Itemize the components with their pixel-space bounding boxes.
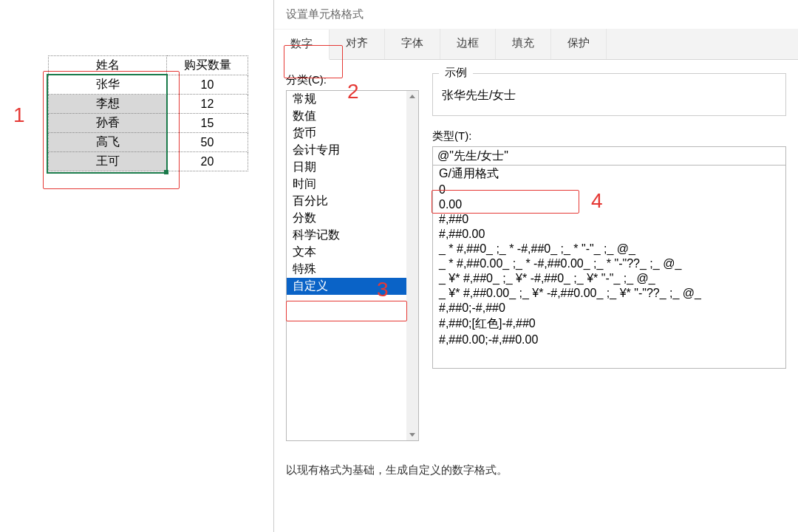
category-item[interactable]: 货币 [287,125,418,142]
cell-name[interactable]: 张华 [49,75,167,95]
format-item[interactable]: G/通用格式 [433,166,785,183]
category-item[interactable]: 日期 [287,159,418,176]
format-item[interactable]: 0.00 [433,197,785,212]
format-hint: 以现有格式为基础，生成自定义的数字格式。 [274,449,798,492]
format-item[interactable]: _ * #,##0.00_ ;_ * -#,##0.00_ ;_ * "-"??… [433,256,785,271]
spreadsheet-table[interactable]: 姓名 购买数量 张华10 李想12 孙香15 高飞50 王可20 [48,55,248,171]
cell-qty[interactable]: 20 [167,152,248,171]
format-item[interactable]: #,##0 [433,212,785,227]
header-qty[interactable]: 购买数量 [167,56,248,75]
tab-number[interactable]: 数字 [274,30,330,60]
cell-qty[interactable]: 50 [167,133,248,152]
category-item[interactable]: 特殊 [287,261,418,278]
cell-qty[interactable]: 10 [167,75,248,95]
category-item[interactable]: 会计专用 [287,142,418,159]
header-name[interactable]: 姓名 [49,56,167,75]
category-item[interactable]: 科学记数 [287,227,418,244]
format-item[interactable]: #,##0;-#,##0 [433,301,785,316]
category-item[interactable]: 分数 [287,210,418,227]
format-item[interactable]: _ ¥* #,##0_ ;_ ¥* -#,##0_ ;_ ¥* "-"_ ;_ … [433,271,785,286]
sample-value: 张华先生/女士 [442,86,777,105]
format-list[interactable]: G/通用格式 0 0.00 #,##0 #,##0.00 _ * #,##0_ … [432,166,786,369]
format-item[interactable]: 0 [433,183,785,197]
format-item[interactable]: #,##0.00 [433,227,785,242]
cell-qty[interactable]: 15 [167,114,248,133]
cell-name[interactable]: 高飞 [49,133,167,152]
annotation-3: 3 [377,278,389,301]
tab-protect[interactable]: 保护 [551,29,607,59]
cell-name[interactable]: 孙香 [49,114,167,133]
category-list[interactable]: 常规 数值 货币 会计专用 日期 时间 百分比 分数 科学记数 文本 特殊 自定… [286,90,419,441]
category-item[interactable]: 百分比 [287,193,418,210]
format-item[interactable]: #,##0.00;-#,##0.00 [433,332,785,347]
annotation-4: 4 [591,189,603,213]
annotation-2: 2 [347,80,359,103]
type-label: 类型(T): [432,129,786,143]
tab-font[interactable]: 字体 [385,29,440,59]
format-item[interactable]: #,##0;[红色]-#,##0 [433,316,785,332]
annotation-1: 1 [13,103,25,127]
cell-qty[interactable]: 12 [167,95,248,114]
tab-align[interactable]: 对齐 [330,29,385,59]
category-item[interactable]: 文本 [287,244,418,261]
cell-name[interactable]: 王可 [49,152,167,171]
type-input[interactable] [432,146,786,166]
format-item[interactable]: _ ¥* #,##0.00_ ;_ ¥* -#,##0.00_ ;_ ¥* "-… [433,286,785,301]
sample-label: 示例 [440,66,471,80]
tab-border[interactable]: 边框 [440,29,496,59]
tabs-bar: 数字 对齐 字体 边框 填充 保护 [274,29,798,60]
category-item-custom[interactable]: 自定义 [287,278,418,295]
scrollbar[interactable] [406,91,418,440]
cell-name[interactable]: 李想 [49,95,167,114]
sample-box: 示例 张华先生/女士 [432,73,786,116]
category-item[interactable]: 时间 [287,176,418,193]
tab-fill[interactable]: 填充 [496,29,551,59]
dialog-title: 设置单元格格式 [274,0,798,29]
category-item[interactable]: 数值 [287,108,418,125]
format-item[interactable]: _ * #,##0_ ;_ * -#,##0_ ;_ * "-"_ ;_ @_ [433,242,785,256]
